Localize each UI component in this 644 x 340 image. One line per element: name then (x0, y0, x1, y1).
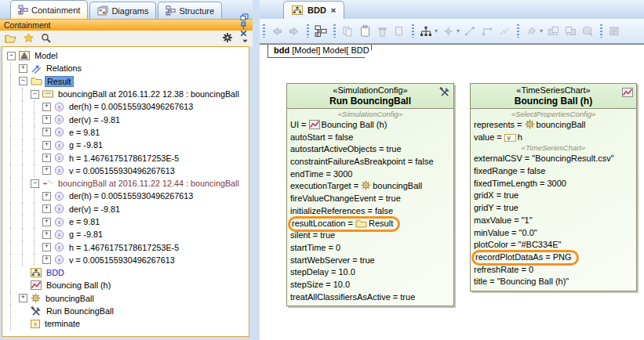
tab-diagrams[interactable]: Diagrams (89, 2, 156, 19)
toolbar-group-handle[interactable] (263, 24, 265, 38)
svg-text:s: s (58, 219, 60, 226)
diagram-canvas[interactable]: bdd [Model] Model[ BDD ] «SimulationConf… (260, 44, 644, 340)
oblique-path-icon (497, 24, 511, 38)
tree-item[interactable]: −bouncingBall at 2016.11.22 12.44 : boun… (2, 177, 249, 190)
tree-item[interactable]: Bouncing Ball (h) (2, 279, 249, 291)
tree-item[interactable]: +sder(v) = -9.81 (2, 203, 249, 215)
tree-expander[interactable]: + (42, 166, 51, 175)
tree-item[interactable]: −Result (2, 75, 249, 88)
property-row: treatAllClassifiersAsActive = true (287, 291, 453, 304)
svg-text:s: s (58, 257, 60, 264)
restore-icon[interactable] (240, 13, 249, 21)
tree-expander[interactable]: + (42, 230, 51, 239)
tree-expander[interactable]: − (7, 52, 16, 60)
paste-icon (358, 24, 372, 38)
tree-item[interactable]: −Model (2, 49, 249, 62)
toolbar-group-handle[interactable] (517, 24, 519, 38)
tree-expander[interactable]: + (19, 294, 27, 302)
tab-bdd-diagram[interactable]: BDD × (283, 1, 344, 19)
property-row: title = "Bouncing Ball (h)" (471, 276, 636, 288)
svg-text:s: s (58, 168, 60, 175)
bring-forward-icon (546, 24, 560, 38)
draw-path-icon (480, 24, 494, 38)
tree-expander[interactable]: − (31, 179, 39, 188)
back-icon (270, 24, 284, 38)
tab-containment[interactable]: Containment (10, 0, 88, 19)
tree-item-label: Relations (45, 63, 83, 73)
tree-expander[interactable]: + (42, 154, 51, 162)
tree-item[interactable]: +sder(h) = 0.005155930496267613 (2, 190, 249, 202)
property-row: maxValue = "1" (471, 215, 636, 227)
tools-tree-icon (31, 306, 42, 316)
tree-item[interactable]: +Relations (2, 62, 249, 74)
tree-item-label: Result (45, 77, 73, 86)
gear-tree-icon (361, 180, 371, 190)
tree-expander[interactable]: − (19, 77, 27, 85)
tree-item[interactable]: +sg = -9.81 (2, 228, 249, 241)
tree-item-label: bouncingBall (44, 294, 96, 303)
tree-expander[interactable]: + (42, 103, 51, 111)
property-row: silent = true (287, 230, 453, 242)
tree-item[interactable]: +sder(h) = 0.005155930496267613 (2, 100, 249, 113)
favorites-icon[interactable] (24, 32, 34, 46)
containment-toolbar-icon[interactable] (314, 24, 328, 38)
toolbar-group-handle[interactable] (333, 24, 336, 38)
property-row: fixedTimeLength = 3000 (471, 178, 636, 190)
tree-item[interactable]: −bouncingBall at 2016.11.22 12.38 : boun… (2, 88, 249, 100)
tree-expander[interactable]: + (42, 141, 51, 150)
toolbar-group-handle[interactable] (600, 24, 602, 38)
tree-expander[interactable]: − (31, 90, 39, 99)
toolbar-group-handle[interactable] (412, 24, 414, 38)
tree-expander[interactable]: + (42, 243, 51, 251)
toolbar-group (606, 24, 625, 38)
tree-item[interactable]: +se = 9.81 (2, 126, 249, 139)
tree-item[interactable]: BDD (2, 266, 249, 279)
close-tab-icon[interactable]: × (331, 5, 336, 15)
property-row: externalCSV = "BouncingResult.csv" (471, 153, 636, 165)
tab-label: Structure (179, 6, 214, 16)
block-name: Bouncing Ball (h) (471, 96, 636, 107)
tree-expander[interactable]: + (42, 255, 51, 264)
tree-item[interactable]: Run BouncingBall (2, 305, 249, 317)
tree-item-label: der(h) = 0.005155930496267613 (67, 191, 195, 201)
tree-item[interactable]: sterminate (2, 317, 249, 330)
block-stereotype: «SimulationConfig» (287, 85, 453, 96)
open-project-icon[interactable] (5, 32, 16, 46)
svg-text:s: s (58, 205, 60, 212)
toolbar-group-handle[interactable] (307, 24, 309, 38)
containment-tree[interactable]: −Model+Relations−Result−bouncingBall at … (2, 46, 249, 337)
tree-expander[interactable]: + (42, 204, 51, 213)
block-run-bouncingball[interactable]: «SimulationConfig»Run BouncingBall«Simul… (286, 83, 454, 306)
tree-item[interactable]: +sg = -9.81 (2, 139, 249, 151)
block-name: Run BouncingBall (287, 96, 453, 107)
settings-gear-icon[interactable] (222, 32, 233, 46)
tab-label: Containment (31, 5, 80, 15)
tree-item[interactable]: +sv = 0.005155930496267613 (2, 165, 249, 177)
slot-icon: s (54, 127, 64, 137)
property-row: recordPlotDataAs = PNG (471, 251, 636, 264)
tree-item[interactable]: +sder(v) = -9.81 (2, 113, 249, 125)
tree-expander[interactable]: + (42, 115, 51, 124)
search-icon[interactable] (41, 32, 51, 46)
property-row: fixedRange = false (471, 165, 636, 178)
property-row: startTime = 0 (287, 242, 453, 255)
dropdown-caret-icon[interactable]: ▾ (435, 27, 438, 34)
block-bouncing-ball-h[interactable]: «TimeSeriesChart»Bouncing Ball (h)«Selec… (470, 83, 637, 291)
tree-item-label: der(v) = -9.81 (67, 204, 122, 214)
tree-expander[interactable]: + (42, 218, 51, 226)
tree-expander[interactable]: + (42, 192, 51, 201)
layout-tree-icon[interactable] (419, 24, 433, 38)
tree-item[interactable]: +se = 9.81 (2, 215, 249, 228)
tree-expander[interactable]: + (42, 128, 51, 136)
pin-icon[interactable] (240, 21, 249, 30)
tree-expander[interactable]: + (19, 64, 27, 73)
tree-item[interactable]: +sh = 1.4676175178617253E-5 (2, 151, 249, 164)
tree-item[interactable]: +bouncingBall (2, 292, 249, 305)
diagram-tab-bar: BDD × (260, 0, 644, 19)
instance-red-icon (42, 179, 53, 187)
tree-item[interactable]: +sv = 0.005155930496267613 (2, 254, 249, 266)
toolbar-group: ▾ (522, 24, 599, 38)
dropdown-caret-icon[interactable] (242, 32, 248, 46)
tab-structure[interactable]: Structure (158, 2, 222, 19)
tree-item[interactable]: +sh = 1.4676175178617253E-5 (2, 241, 249, 253)
